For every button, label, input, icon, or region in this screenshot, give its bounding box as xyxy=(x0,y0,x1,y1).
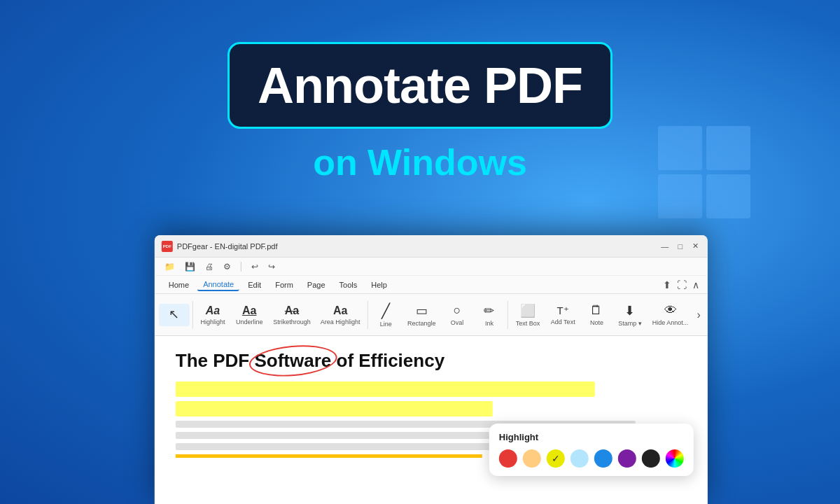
oval-label: Oval xyxy=(451,319,464,326)
main-title: Annotate PDF xyxy=(258,57,582,114)
fullscreen-icon[interactable]: ⛶ xyxy=(677,279,687,290)
highlight-tool[interactable]: Aa Highlight xyxy=(196,302,230,328)
menu-bar-right: ⬆ ⛶ ∧ xyxy=(663,279,699,290)
swatch-blue[interactable] xyxy=(594,449,612,468)
window-title: PDFgear - EN-digital PDF.pdf xyxy=(177,242,278,251)
add-text-tool[interactable]: T⁺ Add Text xyxy=(546,302,580,328)
text-box-tool[interactable]: ⬜ Text Box xyxy=(511,300,545,330)
menu-bar: Home Annotate Edit Form Page Tools Help … xyxy=(155,276,708,294)
swatch-light-blue[interactable] xyxy=(570,449,589,468)
swatch-purple[interactable] xyxy=(618,449,636,468)
app-window: PDF PDFgear - EN-digital PDF.pdf — □ ✕ 📁… xyxy=(155,235,708,504)
add-text-icon: T⁺ xyxy=(557,304,569,317)
document-content: The PDF Software of Efficiency Highlight… xyxy=(155,336,708,504)
print-icon[interactable]: 🖨 xyxy=(202,260,216,273)
underline-label: Underline xyxy=(236,318,263,326)
swatch-black[interactable] xyxy=(642,449,660,468)
toolbar-separator-1 xyxy=(192,301,193,329)
ink-icon: ✏ xyxy=(484,303,494,318)
document-title: The PDF Software of Efficiency xyxy=(176,350,687,372)
area-highlight-label: Area Highlight xyxy=(321,318,360,326)
share-icon[interactable]: ⬆ xyxy=(663,279,671,290)
maximize-button[interactable]: □ xyxy=(676,241,685,251)
menu-tools[interactable]: Tools xyxy=(334,279,363,290)
select-tool[interactable]: ↖ xyxy=(159,304,190,326)
ink-tool[interactable]: ✏ Ink xyxy=(474,300,505,330)
menu-form[interactable]: Form xyxy=(270,279,299,290)
title-part-before: The PDF xyxy=(176,350,255,371)
toolbar-separator-2 xyxy=(367,301,368,329)
text-box-icon: ⬜ xyxy=(520,303,536,318)
menu-help[interactable]: Help xyxy=(365,279,393,290)
rectangle-label: Rectangle xyxy=(407,320,436,327)
folder-icon[interactable]: 📁 xyxy=(162,260,178,273)
line-tool[interactable]: ╱ Line xyxy=(370,300,401,330)
title-bar: PDF PDFgear - EN-digital PDF.pdf — □ ✕ xyxy=(155,235,708,258)
window-controls: — □ ✕ xyxy=(660,241,701,251)
highlight-label: Highlight xyxy=(200,318,225,326)
line-label: Line xyxy=(380,321,392,328)
color-swatches: ✓ xyxy=(499,449,684,468)
yellow-accent-bar xyxy=(176,454,482,458)
undo-button[interactable]: ↩ xyxy=(248,260,261,273)
toolbar-arrow-right[interactable]: › xyxy=(694,303,703,327)
swatch-red[interactable] xyxy=(499,449,517,468)
stamp-label: Stamp ▾ xyxy=(618,320,642,327)
stamp-icon: ⬇ xyxy=(624,303,635,318)
rectangle-tool[interactable]: ▭ Rectangle xyxy=(402,300,440,330)
menu-edit[interactable]: Edit xyxy=(242,279,267,290)
area-highlight-icon: Aa xyxy=(333,304,347,317)
title-bar-left: PDF PDFgear - EN-digital PDF.pdf xyxy=(162,241,278,252)
oval-icon: ○ xyxy=(454,303,461,318)
note-icon: 🗒 xyxy=(590,303,603,318)
app-icon: PDF xyxy=(162,241,173,252)
highlight-line-2 xyxy=(176,401,493,416)
annotation-toolbar: ↖ Aa Highlight Aa Underline Aa Strikethr… xyxy=(155,294,708,336)
swatch-multi[interactable] xyxy=(666,449,684,468)
highlight-line-1 xyxy=(176,382,595,397)
subtitle: on Windows xyxy=(147,141,693,183)
settings-icon[interactable]: ⚙ xyxy=(220,260,234,273)
rectangle-icon: ▭ xyxy=(416,303,428,318)
ink-label: Ink xyxy=(485,320,493,327)
title-part-after: of Efficiency xyxy=(331,350,444,371)
title-container: Annotate PDF on Windows xyxy=(147,42,693,183)
circled-word: Software xyxy=(254,350,331,372)
hide-annot-icon: 👁 xyxy=(664,303,677,318)
note-label: Note xyxy=(590,319,603,326)
hide-annot-label: Hide Annot... xyxy=(652,319,689,326)
close-button[interactable]: ✕ xyxy=(691,241,701,251)
stamp-tool[interactable]: ⬇ Stamp ▾ xyxy=(613,300,646,330)
strikethrough-icon: Aa xyxy=(285,304,299,317)
note-tool[interactable]: 🗒 Note xyxy=(581,300,612,329)
hide-annot-tool[interactable]: 👁 Hide Annot... xyxy=(648,300,693,329)
redo-button[interactable]: ↪ xyxy=(265,260,278,273)
highlight-icon: Aa xyxy=(206,304,220,317)
area-highlight-tool[interactable]: Aa Area Highlight xyxy=(316,302,365,328)
toolbar-separator-3 xyxy=(507,301,508,329)
strikethrough-tool[interactable]: Aa Strikethrough xyxy=(269,302,315,328)
text-box-label: Text Box xyxy=(516,320,540,327)
strikethrough-label: Strikethrough xyxy=(273,318,311,326)
add-text-label: Add Text xyxy=(551,318,575,326)
underline-icon: Aa xyxy=(242,304,256,317)
title-box: Annotate PDF xyxy=(227,42,612,129)
quick-access-bar: 📁 💾 🖨 ⚙ ↩ ↪ xyxy=(155,258,708,276)
swatch-peach[interactable] xyxy=(523,449,541,468)
minimize-button[interactable]: — xyxy=(660,241,670,251)
menu-page[interactable]: Page xyxy=(302,279,331,290)
menu-home[interactable]: Home xyxy=(163,279,195,290)
oval-tool[interactable]: ○ Oval xyxy=(442,300,472,329)
collapse-icon[interactable]: ∧ xyxy=(692,279,699,290)
line-icon: ╱ xyxy=(382,302,390,319)
popup-title: Highlight xyxy=(499,432,684,442)
swatch-yellow[interactable]: ✓ xyxy=(547,449,565,468)
save-icon[interactable]: 💾 xyxy=(182,260,198,273)
highlight-color-popup: Highlight ✓ xyxy=(489,424,694,476)
select-icon: ↖ xyxy=(169,307,179,322)
underline-tool[interactable]: Aa Underline xyxy=(231,302,267,328)
menu-annotate[interactable]: Annotate xyxy=(197,279,239,291)
